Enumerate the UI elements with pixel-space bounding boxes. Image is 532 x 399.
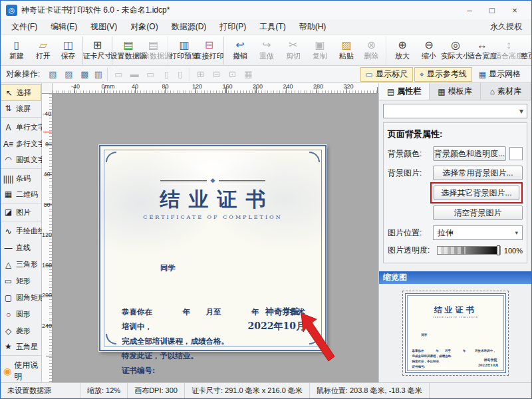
save-icon: ◫: [63, 39, 73, 51]
sidebar-tool[interactable]: ▦ 二维码: [1, 187, 41, 203]
menu-item[interactable]: 编辑(E): [44, 19, 84, 35]
toolbar-button[interactable]: ⊕ 放大: [389, 37, 416, 65]
align-tool[interactable]: ▭: [143, 68, 158, 81]
horizontal-ruler-label: 80: [162, 83, 193, 90]
view-toggle-button[interactable]: ▭ 显示标尺: [360, 67, 413, 82]
star-icon: ★: [3, 342, 14, 351]
choose-other-bg-button[interactable]: 选择其它背景图片...: [434, 186, 519, 200]
toolbar-button[interactable]: ▤ 移除数据源: [142, 37, 168, 65]
toolbar-button[interactable]: ⊟ 直接打印: [198, 37, 224, 65]
sidebar-tool[interactable]: ⇅ 滚屏: [1, 101, 41, 118]
bg-color-button[interactable]: 背景颜色和透明度...: [433, 146, 506, 161]
sidebar-tool[interactable]: ◪ 图片: [1, 205, 41, 221]
chevron-down-icon: ▾: [515, 229, 518, 236]
toolbar-button[interactable]: ▣ 复制: [307, 37, 333, 65]
sidebar-tool[interactable]: ★ 五角星: [1, 339, 41, 356]
horizontal-ruler-label: 160: [223, 83, 253, 90]
align-tool[interactable]: ▦: [241, 68, 255, 81]
single-line-text-icon: A: [3, 123, 14, 132]
sidebar-tool[interactable]: — 直线: [1, 239, 41, 256]
toolbar-button[interactable]: ↕ 适合高度: [495, 37, 522, 65]
toolbar-button[interactable]: ⊗ 删除: [360, 37, 386, 65]
zoom-out-icon: ⊖: [424, 39, 433, 51]
toolbar-button[interactable]: ↩ 撤销: [227, 37, 253, 65]
certificate-page[interactable]: ◆ 结业证书 CERTIFICATE OF COMPLETION 同学 恭喜你在…: [99, 145, 327, 351]
choose-common-bg-button[interactable]: 选择常用背景图片...: [433, 166, 523, 180]
toolbar-button[interactable]: ⊡ 整页显示: [522, 37, 532, 65]
close-button[interactable]: ×: [503, 2, 526, 18]
clear-bg-button[interactable]: 清空背景图片: [433, 205, 523, 220]
toolbar-button[interactable]: ⊖ 缩小: [416, 37, 442, 65]
sidebar-tool[interactable]: ◇ 菱形: [1, 323, 41, 339]
panel-tab-label: 属性栏: [397, 86, 421, 97]
panel-tab[interactable]: ▦ 模板库: [430, 83, 480, 100]
align-center-horizontal-icon: ▬: [130, 69, 139, 79]
align-tool[interactable]: ▯: [175, 68, 190, 81]
view-toggle-button[interactable]: ▦ 显示网格: [473, 67, 526, 82]
usage-help-button[interactable]: ◉ 使用说明: [1, 357, 41, 385]
image-opacity-label: 图片透明度:: [388, 245, 437, 256]
sidebar-tool[interactable]: ○ 圆形: [1, 306, 41, 323]
slider-handle[interactable]: [497, 245, 500, 255]
thumbnail-text-line: 恭喜你在 年 月至 年 月技术培训中，: [412, 348, 499, 354]
sidebar-tool[interactable]: ↖ 选择: [1, 84, 41, 101]
copy-icon: ▣: [315, 39, 325, 51]
toolbar-button[interactable]: ⊞ 证卡尺寸: [86, 37, 112, 65]
bg-color-swatch[interactable]: [509, 147, 523, 160]
layer-tool[interactable]: ▧: [45, 68, 60, 81]
menu-item[interactable]: 文件(F): [5, 19, 44, 35]
menu-item[interactable]: 数据源(D): [165, 19, 213, 35]
image-opacity-slider[interactable]: [437, 246, 501, 255]
toolbar-button[interactable]: ▨ 粘贴: [333, 37, 360, 65]
align-tool[interactable]: ⊡: [225, 68, 239, 81]
direct-print-icon: ⊟: [205, 39, 213, 51]
panel-tab[interactable]: ⌂ 素材库: [481, 83, 531, 100]
menu-item[interactable]: 打印(P): [213, 19, 253, 35]
toolbar-button[interactable]: ▱ 打开: [30, 37, 57, 65]
sidebar-tool[interactable]: ▢ 圆角矩形: [1, 289, 41, 306]
sidebar-tool[interactable]: ∿ 手绘曲线: [1, 223, 41, 239]
menu-item[interactable]: 对象(O): [124, 19, 164, 35]
image-position-select[interactable]: 拉伸 ▾: [433, 225, 523, 240]
toolbar-button[interactable]: ✂ 剪切: [280, 37, 307, 65]
align-tool[interactable]: ⊞: [193, 68, 207, 81]
panel-tabs: ▤ 属性栏 ▦ 模板库 ⌂ 素材库: [379, 83, 531, 100]
view-toggle-button[interactable]: ⌖ 显示参考线: [414, 67, 472, 82]
toolbar-button[interactable]: ◫ 保存: [57, 37, 83, 65]
menu-item[interactable]: 帮助(H): [293, 19, 333, 35]
maximize-button[interactable]: □: [481, 2, 503, 18]
fit-width-icon: ↔: [477, 39, 487, 51]
status-zoom: 缩放: 12%: [80, 383, 128, 398]
design-canvas[interactable]: ◆ 结业证书 CERTIFICATE OF COMPLETION 同学 恭喜你在…: [53, 94, 378, 382]
toolbar-button[interactable]: ↔ 适合宽度: [469, 37, 495, 65]
layer-tool[interactable]: ▩: [77, 68, 92, 81]
horizontal-ruler-label: 280: [313, 83, 344, 90]
sidebar-tool[interactable]: ||||| 条码: [1, 170, 41, 187]
sidebar-tool-label: 二维码: [16, 190, 38, 200]
layer-tool[interactable]: ▨: [61, 68, 76, 81]
object-selector-dropdown[interactable]: ▾: [383, 104, 527, 118]
align-tool[interactable]: ▭: [111, 68, 126, 81]
menu-item[interactable]: 工具(T): [253, 19, 292, 35]
sidebar-tool[interactable]: ◠ 圆弧文字: [1, 152, 41, 169]
certificate-thumbnail[interactable]: 结业证书 CERTIFICATE OF COMPLETION 同学 恭喜你在 年…: [405, 293, 506, 373]
toolbar-button[interactable]: ▥ 打印预览: [171, 37, 198, 65]
align-tool[interactable]: ▯: [159, 68, 174, 81]
app-logo-icon: ◎: [6, 5, 17, 16]
minimize-button[interactable]: –: [458, 2, 481, 18]
panel-tab[interactable]: ▤ 属性栏: [379, 83, 430, 100]
sidebar-tool[interactable]: A 单行文字: [1, 119, 41, 136]
toolbar-button[interactable]: ◎ 实际大小: [442, 37, 469, 65]
toolbar-button[interactable]: ↪ 重做: [253, 37, 280, 65]
sidebar-tool[interactable]: △ 三角形: [1, 256, 41, 273]
toolbar-button[interactable]: ▯ 新建: [3, 37, 30, 65]
sidebar-tool[interactable]: A≡ 多行文字: [1, 136, 41, 152]
align-tool[interactable]: ⊟: [209, 68, 223, 81]
align-tool[interactable]: ▬: [127, 68, 142, 81]
layer-tool[interactable]: ▥: [93, 68, 108, 81]
menu-item[interactable]: 视图(V): [84, 19, 124, 35]
vertical-ruler-label: 160: [42, 262, 52, 293]
toolbar-button-label: 实际大小: [441, 51, 470, 61]
sidebar-tool[interactable]: ▭ 矩形: [1, 273, 41, 289]
toolbar-button-label: 粘贴: [339, 51, 354, 61]
